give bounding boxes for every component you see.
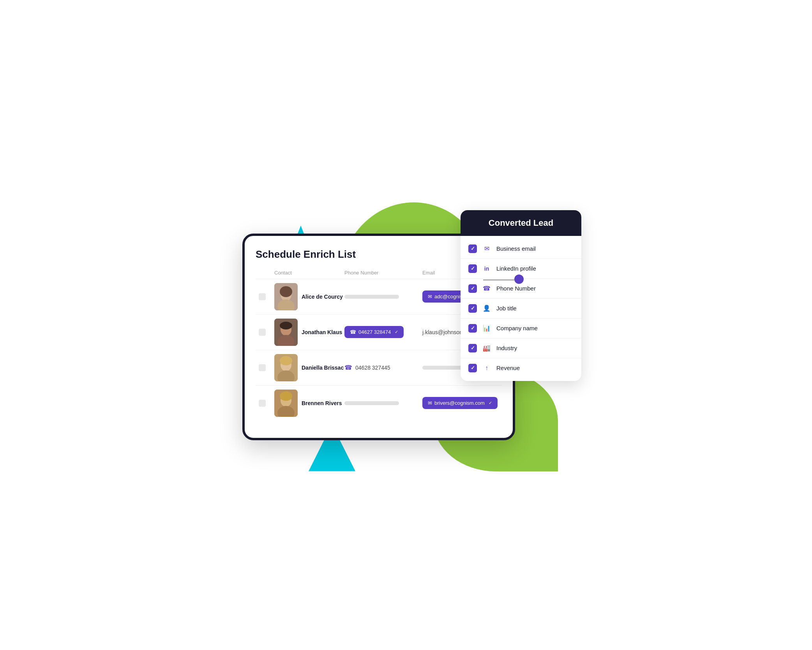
contact-name: Brennen Rivers [302, 400, 342, 406]
panel-items: ✉ Business email in LinkedIn profile ☎ P… [461, 236, 581, 381]
phone-icon: ☎ [350, 329, 356, 335]
avatar [274, 354, 298, 381]
linkedin-icon: in [482, 266, 491, 272]
phone-cell [344, 401, 422, 405]
check-mark: ✓ [489, 400, 492, 406]
panel-item-job-title: 👤 Job title [461, 299, 581, 319]
contact-name: Jonathan Klaus [302, 329, 342, 335]
check-box-job-title [468, 304, 477, 313]
table-row: Brennen Rivers ✉ brivers@cognism.com ✓ [256, 385, 502, 421]
col-check [259, 270, 274, 276]
check-box-revenue [468, 364, 477, 372]
panel-label: LinkedIn profile [496, 265, 536, 272]
email-icon: ✉ [482, 245, 491, 252]
phone-cell [344, 295, 422, 299]
panel-label: Phone Number [496, 285, 536, 292]
row-checkbox[interactable] [259, 329, 266, 336]
avatar [274, 319, 298, 346]
panel-title: Converted Lead [489, 218, 553, 228]
contact-info: Jonathan Klaus [274, 319, 344, 346]
svg-point-10 [280, 356, 292, 365]
row-checkbox[interactable] [259, 400, 266, 407]
panel-item-industry: 🏭 Industry [461, 338, 581, 358]
phone-cell: ☎ 04628 327445 [344, 364, 422, 371]
svg-point-2 [280, 286, 292, 297]
email-icon: ✉ [428, 400, 432, 406]
svg-point-6 [280, 322, 292, 329]
panel-item-revenue: ↑ Revenue [461, 358, 581, 378]
panel-label: Revenue [496, 365, 520, 371]
panel-label: Company name [496, 325, 538, 331]
panel-label: Job title [496, 305, 517, 312]
svg-point-14 [280, 391, 292, 401]
panel-item-business-email: ✉ Business email [461, 239, 581, 259]
panel-header: Converted Lead [461, 210, 581, 236]
company-icon: 📊 [482, 324, 491, 332]
avatar [274, 390, 298, 417]
email-value: brivers@cognism.com [434, 400, 485, 406]
industry-icon: 🏭 [482, 344, 491, 352]
scene: Schedule Enrich List Contact Phone Numbe… [231, 179, 581, 471]
revenue-icon: ↑ [482, 365, 491, 372]
phone-icon: ☎ [482, 285, 491, 292]
col-phone: Phone Number [344, 270, 422, 276]
phone-text: 04628 327445 [355, 365, 390, 371]
contact-info: Daniella Brissac [274, 354, 344, 381]
email-icon: ✉ [428, 294, 432, 299]
col-contact: Contact [274, 270, 344, 276]
contact-info: Brennen Rivers [274, 390, 344, 417]
email-badge: ✉ brivers@cognism.com ✓ [422, 397, 498, 409]
phone-value: 04627 328474 [358, 329, 391, 335]
phone-badge: ☎ 04627 328474 ✓ [344, 326, 404, 338]
phone-placeholder [344, 401, 399, 405]
phone-cell: ☎ 04627 328474 ✓ [344, 326, 422, 338]
connector-dot [514, 275, 524, 284]
panel-label: Industry [496, 345, 517, 351]
check-box-phone [468, 284, 477, 293]
check-box-business-email [468, 244, 477, 253]
check-mark: ✓ [395, 329, 398, 335]
panel-item-company-name: 📊 Company name [461, 319, 581, 338]
check-box-company-name [468, 324, 477, 333]
phone-placeholder [344, 295, 399, 299]
check-box-industry [468, 344, 477, 352]
connector-line [483, 280, 514, 280]
contact-name: Alice de Courcy [302, 294, 343, 300]
contact-name: Daniella Brissac [302, 365, 344, 371]
contact-info: Alice de Courcy [274, 283, 344, 310]
row-checkbox[interactable] [259, 364, 266, 371]
panel-label: Business email [496, 245, 536, 252]
job-title-icon: 👤 [482, 305, 491, 312]
row-checkbox[interactable] [259, 293, 266, 300]
email-cell: ✉ brivers@cognism.com ✓ [422, 397, 500, 409]
converted-lead-panel: Converted Lead ✉ Business email in Linke… [461, 210, 581, 381]
check-box-linkedin [468, 264, 477, 273]
phone-icon-raw: ☎ [344, 364, 352, 371]
avatar [274, 283, 298, 310]
